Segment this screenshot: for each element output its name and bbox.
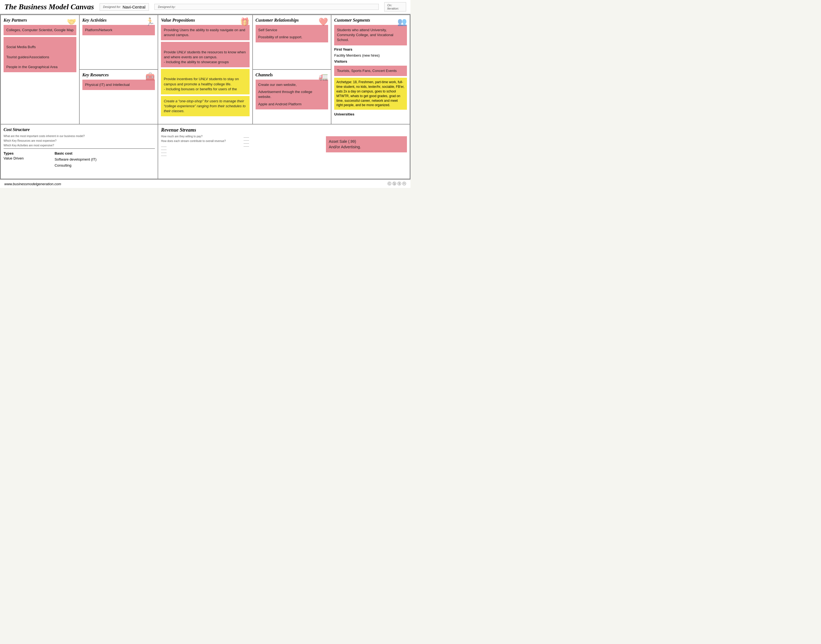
revenue-small-note: ———————— (161, 145, 242, 157)
revenue-question2: How does each stream contribute to overa… (161, 139, 242, 143)
customer-segments-icon: 👥 (397, 17, 407, 26)
revenue-streams-title: Revenue Streams (161, 127, 407, 133)
cost-question-2: Which Key Resources are most expensive? (3, 139, 155, 143)
value-propositions-cell: Value Propositions 🎁 Providing Users the… (158, 15, 252, 124)
cost-software-label: Software development (IT) (54, 157, 104, 162)
footer: www.businessmodelgeneration.com ⓒ ⓑ ⓢ ⓝ (0, 179, 410, 188)
cost-col-2: Basic cost Software development (IT) Con… (54, 151, 104, 168)
revenue-streams-cell: Revenue Streams How much are they willin… (158, 124, 410, 179)
cost-consulting-label: Consulting (54, 163, 104, 168)
channels-sticky-1: Create our own website, Advertisement th… (256, 80, 328, 109)
customer-segments-sticky-1: Students who attend University, Communit… (334, 25, 407, 45)
cost-structure-title: Cost Structure (3, 127, 155, 132)
value-propositions-sticky-2: Provide UNLV students the resources to k… (161, 42, 249, 67)
cost-col-3 (106, 151, 155, 168)
key-resources-title: Key Resources (82, 72, 155, 77)
key-activities-title: Key Activities (82, 18, 155, 23)
on-label: On: (387, 3, 403, 7)
cost-question-3: Which Key Activities are most expensive? (3, 144, 155, 147)
value-propositions-icon: 🎁 (240, 17, 250, 26)
designed-for-label: Designed for: (103, 5, 121, 8)
key-partners-title: Key Partners (3, 18, 76, 23)
cost-value-driven-label: Value Driven (3, 156, 53, 161)
cost-question-1: What are the most important costs inhere… (3, 134, 155, 138)
customer-segments-cell: Customer Segments 👥 Students who attend … (331, 15, 410, 124)
key-partners-cell: Key Partners 🤝 Colleges, Computer Scient… (0, 15, 79, 124)
revenue-col-3: Asset Sale (.99) And/or Advertising. (326, 135, 407, 157)
revenue-col2-note: ———————— (244, 136, 325, 148)
footer-url: www.businessmodelgeneration.com (5, 182, 61, 186)
key-activities-sticky-1: Platform/Network (82, 25, 155, 35)
key-resources-sticky-1: Physical (IT) and Intellectual (82, 80, 155, 90)
designed-by-field: Designed by: (154, 4, 379, 10)
customer-segments-text-2: Facility Members (new hires) (334, 53, 407, 58)
revenue-asset-sticky: Asset Sale (.99) And/or Advertising. (326, 136, 407, 152)
key-partners-icon: 🤝 (67, 17, 76, 26)
key-partners-sticky-1: Colleges, Computer Scientist, Google Map (3, 25, 76, 35)
customer-segments-archetype: Archetype: 18, Freshmen, part-time work,… (334, 78, 407, 110)
value-propositions-sticky-1: Providing Users the ability to easily na… (161, 25, 249, 40)
channels-icon: 🚛 (319, 72, 328, 81)
customer-relationships-sticky-1: Self Service Possibility of online suppo… (256, 25, 328, 42)
page-title: The Business Model Canvas (5, 3, 94, 11)
value-propositions-sticky-4: Create a “one-stop-shop” for users to ma… (161, 96, 249, 117)
cost-types-label: Types (3, 151, 53, 156)
cost-inner-grid: Types Value Driven Basic cost Software d… (3, 151, 155, 168)
revenue-inner: How much are they willing to pay? How do… (161, 135, 407, 157)
cost-basic-cost-label: Basic cost (54, 151, 104, 156)
header: The Business Model Canvas Designed for: … (0, 0, 410, 14)
revenue-col-2: ———————— (244, 135, 325, 157)
cost-structure-cell: Cost Structure What are the most importa… (0, 124, 158, 179)
iteration-label: Iteration: (387, 7, 403, 10)
revenue-question: How much are they willing to pay? (161, 135, 242, 138)
canvas-grid: Key Partners 🤝 Colleges, Computer Scient… (0, 14, 410, 179)
customer-segments-universities: Universities (334, 112, 407, 117)
customer-segments-text-3: Visitors (334, 59, 407, 64)
customer-segments-sticky-tourists: Tourists, Sports Fans, Concert Events (334, 66, 407, 76)
value-propositions-sticky-3: Provide incentives for UNLV students to … (161, 69, 249, 94)
value-propositions-title: Value Propositions (161, 18, 249, 23)
footer-icons: ⓒ ⓑ ⓢ ⓝ (388, 181, 406, 186)
cost-divider (3, 148, 155, 149)
meta-field: On: Iteration: (384, 2, 406, 11)
designed-by-label: Designed by: (158, 5, 175, 8)
channels-cell: Channels 🚛 Create our own website, Adver… (253, 69, 331, 124)
customer-relationships-cell: Customer Relationships ❤️ Self Service P… (253, 15, 331, 69)
customer-relationships-icon: ❤️ (319, 17, 328, 26)
designed-for-field: Designed for: Navi-Central (100, 3, 149, 11)
key-partners-sticky-2: Social Media Buffs Tourist guides/Associ… (3, 37, 76, 72)
revenue-col-1: How much are they willing to pay? How do… (161, 135, 242, 157)
customer-segments-title: Customer Segments (334, 18, 407, 23)
designed-for-value: Navi-Central (123, 5, 145, 9)
cost-col-1: Types Value Driven (3, 151, 53, 168)
channels-title: Channels (256, 72, 328, 77)
key-activities-icon: 🏃 (145, 17, 155, 26)
customer-segments-text-1: First Years (334, 47, 407, 52)
key-resources-cell: Key Resources 🧰 Physical (IT) and Intell… (79, 69, 158, 124)
key-activities-cell: Key Activities 🏃 Platform/Network (79, 15, 158, 69)
key-resources-icon: 🧰 (145, 72, 155, 81)
customer-relationships-title: Customer Relationships (256, 18, 328, 23)
